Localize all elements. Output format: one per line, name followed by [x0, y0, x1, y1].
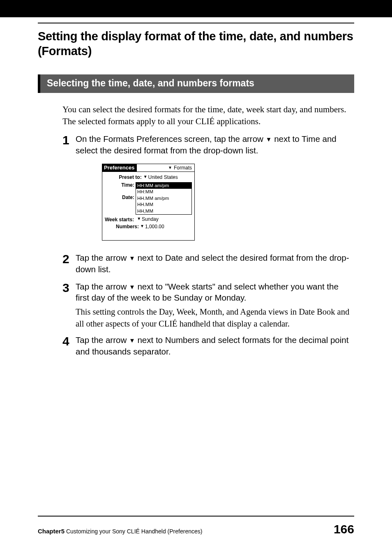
step-number: 3 [62, 281, 76, 294]
dropdown-arrow-icon: ▼ [129, 283, 135, 290]
time-format-dropdown-open[interactable]: HH:MM am/pm HH:MM HH.MM am/pm HH.MM HH,M… [136, 182, 192, 215]
instr-part-a: On the Formats Preferences screen, tap t… [76, 134, 266, 144]
dropdown-arrow-icon: ▼ [129, 255, 135, 262]
numbers-value[interactable]: 1,000.00 [145, 224, 164, 229]
preset-value[interactable]: United States [148, 174, 178, 180]
instr-part-a: Tap the arrow [76, 253, 129, 262]
page-number: 166 [334, 522, 354, 536]
dropdown-arrow-icon: ▼ [143, 174, 148, 179]
step-note: This setting controls the Day, Week, Mon… [76, 306, 354, 329]
instr-part-a: Tap the arrow [76, 335, 129, 345]
dropdown-option[interactable]: HH.MM am/pm [136, 195, 191, 202]
step-number: 2 [62, 252, 76, 266]
palm-titlebar: Preferences ▼ Formats [102, 164, 194, 172]
palm-app-title: Preferences [102, 164, 137, 171]
step-number: 1 [62, 133, 76, 147]
dropdown-option[interactable]: HH.MM [136, 202, 191, 208]
subsection-title-bar: Selecting the time, date, and numbers fo… [38, 74, 354, 93]
section-title: Setting the display format of the time, … [38, 29, 354, 59]
step-1: 1 On the Formats Preferences screen, tap… [62, 133, 354, 156]
palm-screenshot: Preferences ▼ Formats Preset to: ▼ Unit [102, 164, 354, 241]
dropdown-arrow-icon: ▼ [140, 224, 144, 228]
step-instruction: Tap the arrow ▼ next to "Week starts" an… [76, 281, 354, 303]
instr-part-a: Tap the arrow [76, 282, 129, 291]
step-3: 3 Tap the arrow ▼ next to "Week starts" … [62, 281, 354, 330]
steps-list: 1 On the Formats Preferences screen, tap… [62, 133, 354, 357]
header-black-bar [0, 0, 392, 17]
preset-label: Preset to: [119, 174, 141, 180]
week-starts-label: Week starts: [105, 216, 136, 223]
dropdown-option-selected[interactable]: HH:MM am/pm [136, 183, 191, 189]
dropdown-option[interactable]: HH,MM [136, 208, 191, 215]
step-instruction: Tap the arrow ▼ next to Numbers and sele… [76, 334, 354, 357]
time-label: Time: [105, 182, 134, 188]
footer-chapter-bold: Chapter5 [38, 528, 65, 535]
palm-category-value: Formats [174, 165, 192, 171]
step-4: 4 Tap the arrow ▼ next to Numbers and se… [62, 334, 354, 357]
palm-screen: Preferences ▼ Formats Preset to: ▼ Unit [102, 164, 195, 241]
dropdown-arrow-icon: ▼ [137, 216, 141, 221]
footer-rule [38, 516, 354, 517]
dropdown-arrow-icon: ▼ [129, 337, 135, 344]
date-label: Date: [105, 194, 134, 201]
palm-body: Preset to: ▼ United States Time: Date: [102, 172, 194, 241]
step-2: 2 Tap the arrow ▼ next to Date and selec… [62, 252, 354, 275]
footer-chapter: Chapter5 Customizing your Sony CLIÉ Hand… [38, 528, 202, 535]
step-instruction: On the Formats Preferences screen, tap t… [76, 133, 354, 156]
week-starts-value[interactable]: Sunday [142, 216, 159, 222]
header-rule [38, 23, 354, 23]
dropdown-arrow-icon: ▼ [168, 165, 172, 170]
page-footer: Chapter5 Customizing your Sony CLIÉ Hand… [38, 516, 354, 536]
numbers-label: Numbers: [116, 224, 139, 229]
dropdown-option[interactable]: HH:MM [136, 189, 191, 195]
step-number: 4 [62, 334, 76, 348]
dropdown-arrow-icon: ▼ [266, 136, 272, 143]
step-instruction: Tap the arrow ▼ next to Date and select … [76, 252, 354, 275]
intro-paragraph: You can select the desired formats for t… [62, 104, 354, 128]
palm-category-dropdown[interactable]: ▼ Formats [137, 164, 194, 171]
footer-chapter-text: Customizing your Sony CLIÉ Handheld (Pre… [65, 528, 202, 535]
